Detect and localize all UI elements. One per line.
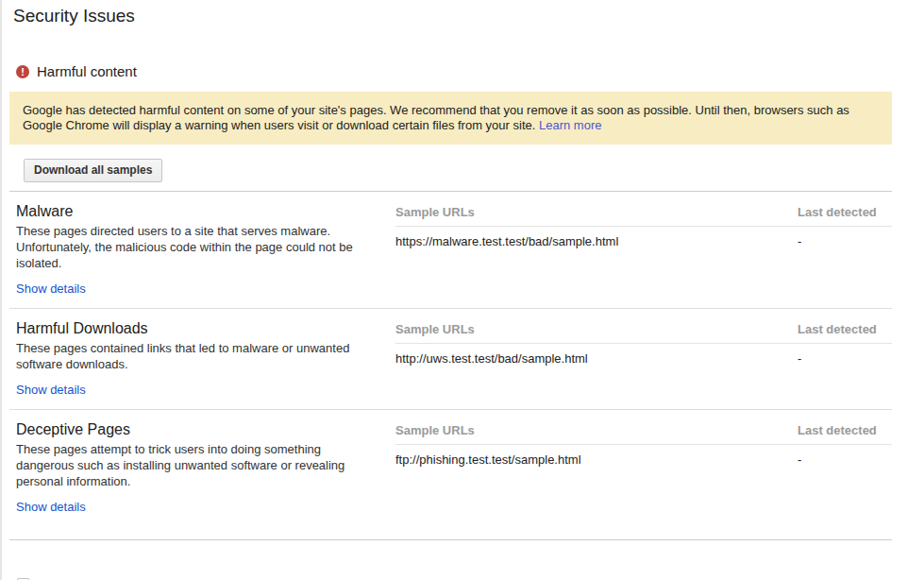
show-details-link[interactable]: Show details <box>16 383 86 397</box>
issue-title: Harmful Downloads <box>16 320 380 337</box>
issue-row-malware: Malware These pages directed users to a … <box>2 192 924 308</box>
harmful-content-label: Harmful content <box>37 63 137 79</box>
show-details-link[interactable]: Show details <box>16 281 86 296</box>
table-row: ftp://phishing.test.test/sample.html - <box>395 452 892 467</box>
table-header-divider <box>395 226 892 227</box>
page-title: Security Issues <box>13 6 924 26</box>
sample-urls-table: Sample URLs Last detected http://uws.tes… <box>395 320 892 398</box>
sample-urls-column-header: Sample URLs <box>395 205 798 219</box>
issue-title: Deceptive Pages <box>16 421 380 438</box>
toolbar: Download all samples <box>24 159 924 182</box>
last-detected-cell: - <box>798 351 892 366</box>
table-header-divider <box>395 444 892 445</box>
warning-banner: Google has detected harmful content on s… <box>9 92 892 145</box>
last-detected-column-header: Last detected <box>798 205 892 219</box>
show-details-link[interactable]: Show details <box>16 500 86 514</box>
table-header-row: Sample URLs Last detected <box>395 322 892 336</box>
issue-description: These pages directed users to a site tha… <box>16 223 380 271</box>
issue-description: These pages contained links that led to … <box>16 340 380 372</box>
issue-title: Malware <box>16 203 380 220</box>
sample-urls-column-header: Sample URLs <box>395 322 798 336</box>
sample-urls-table: Sample URLs Last detected https://malwar… <box>395 203 892 297</box>
sample-urls-table: Sample URLs Last detected ftp://phishing… <box>395 421 892 515</box>
download-all-samples-button[interactable]: Download all samples <box>24 159 162 182</box>
warning-banner-text: Google has detected harmful content on s… <box>23 103 849 132</box>
table-header-row: Sample URLs Last detected <box>395 205 892 219</box>
last-detected-column-header: Last detected <box>798 423 892 437</box>
last-detected-column-header: Last detected <box>798 322 892 336</box>
last-detected-cell: - <box>798 234 892 248</box>
security-issues-panel: Security Issues ! Harmful content Google… <box>0 0 924 580</box>
table-header-row: Sample URLs Last detected <box>395 423 892 437</box>
harmful-content-heading: ! Harmful content <box>16 63 924 79</box>
learn-more-link[interactable]: Learn more <box>539 118 601 132</box>
sample-url-cell: http://uws.test.test/bad/sample.html <box>395 351 798 366</box>
sample-url-cell: https://malware.test.test/bad/sample.htm… <box>395 234 798 248</box>
issue-row-harmful-downloads: Harmful Downloads These pages contained … <box>2 309 924 409</box>
sample-url-cell: ftp://phishing.test.test/sample.html <box>395 452 798 467</box>
issue-row-deceptive-pages: Deceptive Pages These pages attempt to t… <box>2 410 924 526</box>
issue-info: Deceptive Pages These pages attempt to t… <box>16 421 395 515</box>
issue-description: These pages attempt to trick users into … <box>16 441 380 489</box>
table-row: https://malware.test.test/bad/sample.htm… <box>395 234 892 248</box>
sample-urls-column-header: Sample URLs <box>395 423 798 437</box>
alert-exclamation-circle-icon: ! <box>16 65 29 78</box>
divider <box>9 539 892 540</box>
table-header-divider <box>395 343 892 344</box>
issue-info: Malware These pages directed users to a … <box>16 203 395 297</box>
table-row: http://uws.test.test/bad/sample.html - <box>395 351 892 366</box>
last-detected-cell: - <box>798 452 892 467</box>
issue-info: Harmful Downloads These pages contained … <box>16 320 395 398</box>
